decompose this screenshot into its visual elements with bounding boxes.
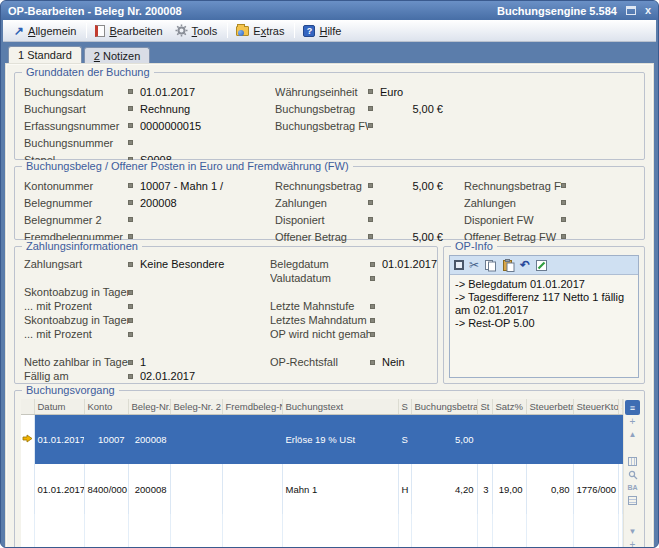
field-value: 01.01.2017 [140, 86, 275, 98]
filter-icon [628, 496, 637, 505]
menu-separator [86, 23, 87, 38]
col-header[interactable]: Datum [34, 399, 84, 414]
field-marker-icon [128, 183, 133, 188]
search-icon [628, 470, 638, 480]
workspace: 1 Standard 2 Notizen Grunddaten der Buch… [1, 42, 658, 548]
restore-window-icon[interactable] [626, 6, 636, 15]
menu-hilfe[interactable]: ? Hilfe [298, 23, 348, 39]
field-marker-icon [128, 217, 133, 222]
group-title: Buchungsvorgang [22, 384, 119, 396]
cell-konto[interactable]: 10007 [84, 414, 128, 464]
cell-steue[interactable] [618, 414, 623, 464]
menu-tools[interactable]: Tools [170, 22, 225, 39]
row-down-button[interactable]: + [625, 538, 640, 548]
cell-beleg-nr[interactable]: 200008 [128, 464, 170, 514]
field-marker-icon [128, 200, 133, 205]
ba-icon: BA [627, 484, 637, 492]
cut-icon[interactable]: ✂ [469, 259, 479, 271]
cell-beleg-nr[interactable]: 200008 [128, 414, 170, 464]
cell-datum[interactable]: 01.01.2017 [34, 414, 84, 464]
edit-icon[interactable] [535, 259, 548, 272]
table-row-selected[interactable]: 01.01.2017 10007 200008 Erlöse 19 % USt … [21, 414, 623, 464]
tab-standard[interactable]: 1 Standard [8, 46, 82, 63]
cell-fremdbeleg-nr[interactable] [222, 464, 282, 514]
col-header[interactable]: Konto [84, 399, 128, 414]
group-title: OP-Info [451, 240, 497, 252]
col-header[interactable]: Fremdbeleg-Nr. [222, 399, 282, 414]
col-header[interactable]: Steuerbetrag [526, 399, 573, 414]
copy-icon[interactable] [484, 259, 497, 272]
row-up-button[interactable]: + [625, 415, 640, 428]
cell-satz[interactable]: 19,00 [492, 464, 526, 514]
cell-steuerbetrag[interactable]: 0,80 [526, 464, 573, 514]
cell-steuerkto[interactable] [573, 414, 618, 464]
table-row[interactable]: 01.01.2017 8400/000 200008 Mahn 1 H 4,20… [21, 464, 623, 514]
cell-steuerbetrag[interactable] [526, 414, 573, 464]
cell-satz[interactable] [492, 414, 526, 464]
field-marker-icon [128, 89, 133, 94]
field-marker-icon [128, 106, 133, 111]
search-button[interactable] [625, 468, 640, 481]
cell-beleg-nr-2[interactable] [170, 464, 222, 514]
menu-separator [227, 23, 228, 38]
col-header[interactable]: Beleg-Nr. 2 [170, 399, 222, 414]
cell-datum[interactable]: 01.01.2017 [34, 464, 84, 514]
field-marker-icon [128, 304, 133, 309]
menu-allgemein[interactable]: ↗ Allgemein [9, 23, 83, 39]
field-row: BuchungsartRechnung Buchungsbetrag5,00 € [24, 100, 644, 117]
field-marker-icon [370, 304, 375, 309]
col-header[interactable]: SteuerKto 1 [573, 399, 618, 414]
field-label: Skontoabzug in Tagen [24, 286, 128, 298]
cell-s[interactable]: H [398, 464, 411, 514]
cell-buchungstext[interactable]: Erlöse 19 % USt [282, 414, 398, 464]
cell-fremdbeleg-nr[interactable] [222, 414, 282, 464]
field-label: Kontonummer [24, 180, 128, 192]
scroll-current-row-button[interactable]: ≡ [625, 400, 640, 415]
scroll-down-icon[interactable]: ▼ [625, 525, 640, 538]
undo-icon[interactable]: ↶ [520, 259, 530, 271]
cell-beleg-nr-2[interactable] [170, 414, 222, 464]
scroll-up-icon[interactable]: ▲ [625, 428, 640, 441]
field-marker-icon [368, 200, 373, 205]
close-window-icon[interactable]: x [645, 6, 651, 15]
cell-st[interactable] [477, 414, 492, 464]
field-label: ... mit Prozent [24, 300, 128, 312]
col-header[interactable]: Buchungstext [282, 399, 398, 414]
menu-bearbeiten[interactable]: Bearbeiten [90, 23, 169, 39]
field-label: Zahlungen [464, 197, 561, 209]
gear-icon [175, 24, 188, 37]
select-frame-icon[interactable] [454, 260, 464, 270]
cell-betrag[interactable]: 5,00 [411, 414, 477, 464]
ba-button[interactable]: BA [625, 481, 640, 494]
col-header[interactable]: Beleg-Nr. [128, 399, 170, 414]
cell-betrag[interactable]: 4,20 [411, 464, 477, 514]
col-header[interactable]: Steue [618, 399, 623, 414]
field-marker-icon [128, 318, 133, 323]
cell-konto[interactable]: 8400/000 [84, 464, 128, 514]
col-header[interactable]: Buchungsbetrag € [411, 399, 477, 414]
col-header[interactable]: St [477, 399, 492, 414]
cell-steuerkto[interactable]: 1776/000 [573, 464, 618, 514]
cell-steue[interactable] [618, 464, 623, 514]
menu-label: Bearbeiten [109, 25, 162, 37]
col-header[interactable]: Satz% [492, 399, 526, 414]
cell-st[interactable]: 3 [477, 464, 492, 514]
filter-button[interactable] [625, 494, 640, 507]
bookings-table: Datum Konto Beleg-Nr. Beleg-Nr. 2 Fremdb… [21, 399, 623, 548]
cell-s[interactable]: S [398, 414, 411, 464]
col-header[interactable]: S [398, 399, 411, 414]
tab-notizen[interactable]: 2 Notizen [84, 47, 150, 63]
paste-icon[interactable] [502, 259, 515, 272]
group-op-info: OP-Info ✂ ↶ -> Belegdatum 01.01.2017 [443, 246, 645, 384]
empty-table-area [21, 514, 623, 548]
columns-button[interactable] [625, 455, 640, 468]
op-info-messages: -> Belegdatum 01.01.2017 -> Tagesdiffere… [450, 275, 638, 333]
menu-extras[interactable]: Extras [231, 23, 291, 39]
cell-buchungstext[interactable]: Mahn 1 [282, 464, 398, 514]
group-grunddaten: Grunddaten der Buchung Buchungsdatum01.0… [14, 72, 645, 160]
group-title: Zahlungsinformationen [22, 240, 142, 252]
field-row: Valutadatum [24, 271, 437, 285]
field-marker-icon [128, 234, 133, 239]
field-label: Buchungsnummer [24, 137, 128, 149]
field-row: Fällig am02.01.2017 [24, 369, 437, 383]
